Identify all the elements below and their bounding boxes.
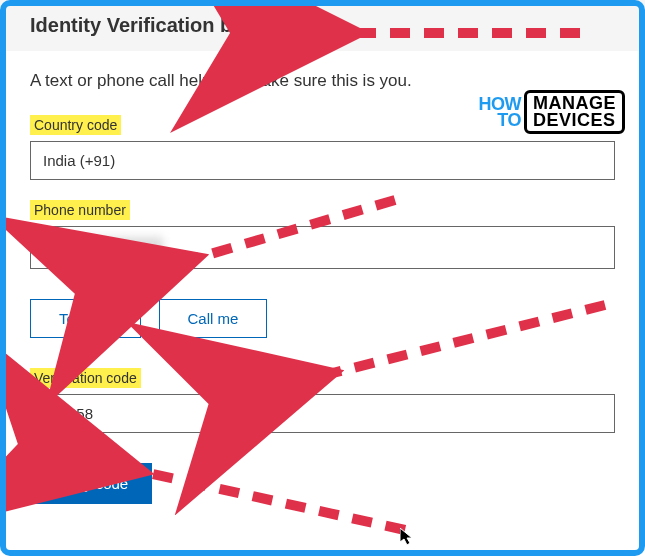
verification-code-label: Verification code: [30, 368, 141, 388]
phone-number-input[interactable]: [30, 226, 615, 269]
watermark-logo: HOW TO MANAGE DEVICES: [479, 90, 626, 134]
svg-marker-5: [400, 528, 412, 545]
method-button-row: Text me Call me: [30, 299, 615, 338]
watermark-to: TO: [479, 112, 522, 128]
page-title: Identity Verification by phone: [30, 14, 615, 37]
header-bar: Identity Verification by phone: [0, 0, 645, 51]
call-me-button[interactable]: Call me: [159, 299, 268, 338]
verification-code-input[interactable]: [30, 394, 615, 433]
country-code-label: Country code: [30, 115, 121, 135]
country-code-select[interactable]: India (+91): [30, 141, 615, 180]
subtitle-text: A text or phone call helps us make sure …: [30, 71, 615, 91]
text-me-button[interactable]: Text me: [30, 299, 141, 338]
redacted-phone: [43, 237, 163, 255]
verification-code-group: Verification code: [30, 368, 615, 433]
mouse-cursor-icon: [400, 528, 414, 550]
phone-number-label: Phone number: [30, 200, 130, 220]
watermark-devices: DEVICES: [533, 112, 616, 129]
verify-code-button[interactable]: Verify code: [30, 463, 152, 504]
phone-number-group: Phone number: [30, 200, 615, 269]
